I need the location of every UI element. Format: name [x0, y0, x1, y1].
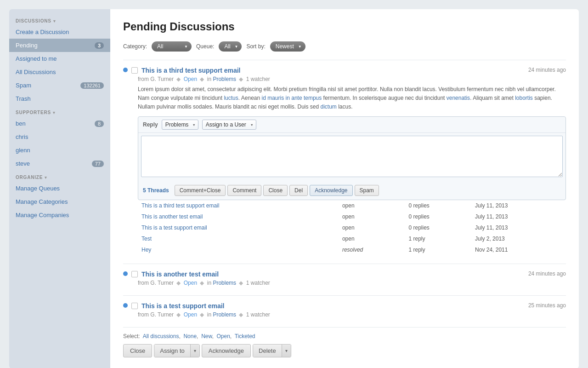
reply-label: Reply — [143, 121, 158, 128]
supporters-chevron-icon: ▾ — [53, 110, 56, 115]
discussion-title-1[interactable]: This is a third test support email — [141, 67, 525, 74]
bottom-delete-split[interactable]: Delete ▾ — [253, 344, 291, 357]
threads-table: This is a third test support email open … — [138, 200, 566, 255]
reply-textarea[interactable] — [141, 136, 563, 177]
sidebar: DISCUSSIONS ▾ Create a Discussion Pendin… — [9, 9, 110, 368]
select-all-discussions[interactable]: All discussions — [143, 333, 179, 339]
discussion-time-2: 24 minutes ago — [528, 270, 566, 277]
sidebar-item-spam[interactable]: Spam 132261 — [9, 79, 110, 92]
discussion-meta-3: from G. Turner ◆ Open ◆ in Problems ◆ 1 … — [138, 311, 566, 318]
close-button[interactable]: Close — [263, 185, 288, 196]
select-new[interactable]: New — [201, 333, 212, 339]
thread-row-1: This is a third test support email open … — [138, 200, 566, 211]
bottom-acknowledge-button[interactable]: Acknowledge — [202, 344, 251, 357]
thread-replies-4: 1 reply — [405, 233, 471, 244]
threads-link[interactable]: 5 Threads — [143, 187, 169, 194]
sidebar-item-all-discussions[interactable]: All Discussions — [9, 65, 110, 79]
discussion-item-1: This is a third test support email 24 mi… — [123, 60, 566, 264]
sortby-select-wrapper[interactable]: Newest Oldest — [270, 41, 305, 52]
category-label: Category: — [123, 43, 147, 50]
thread-date-3: July 11, 2013 — [471, 222, 566, 233]
spam-button[interactable]: Spam — [355, 185, 379, 196]
bottom-assign-to-split[interactable]: Assign to ▾ — [154, 344, 199, 357]
thread-replies-5: 1 reply — [405, 244, 471, 255]
del-button[interactable]: Del — [289, 185, 308, 196]
sidebar-item-ben[interactable]: ben 8 — [9, 117, 110, 130]
reply-assign-select-wrapper[interactable]: Assign to a User — [202, 120, 256, 130]
sidebar-item-trash[interactable]: Trash — [9, 92, 110, 105]
discussions-section-label: DISCUSSIONS ▾ — [9, 14, 110, 25]
discussions-chevron-icon: ▾ — [53, 19, 56, 23]
discussion-checkbox-2[interactable] — [131, 271, 138, 277]
bottom-close-button[interactable]: Close — [123, 344, 152, 357]
comment-close-button[interactable]: Comment+Close — [175, 185, 226, 196]
thread-date-5: Nov 24, 2011 — [471, 244, 566, 255]
bottom-bar: Select: All discussions, None, New, Open… — [123, 327, 566, 359]
threads-section: This is a third test support email open … — [138, 200, 566, 255]
queue-select-wrapper[interactable]: All — [219, 41, 242, 52]
sidebar-item-manage-companies[interactable]: Manage Companies — [9, 208, 110, 222]
supporters-section-label: SUPPORTERS ▾ — [9, 105, 110, 117]
sidebar-item-steve[interactable]: steve 77 — [9, 157, 110, 170]
select-ticketed[interactable]: Ticketed — [235, 333, 255, 339]
thread-row-3: This is a test support email open 0 repl… — [138, 222, 566, 233]
discussion-title-2[interactable]: This is another test email — [141, 270, 525, 278]
thread-title-1[interactable]: This is a third test support email — [138, 200, 339, 211]
thread-row-5: Hey resolved 1 reply Nov 24, 2011 — [138, 244, 566, 255]
select-line: Select: All discussions, None, New, Open… — [123, 333, 566, 339]
thread-replies-2: 0 replies — [405, 211, 471, 222]
sortby-select[interactable]: Newest Oldest — [270, 41, 305, 52]
unread-dot-3 — [123, 303, 128, 308]
thread-date-2: July 11, 2013 — [471, 211, 566, 222]
sidebar-item-glenn[interactable]: glenn — [9, 144, 110, 157]
reply-actions: 5 Threads Comment+Close Comment Close De… — [138, 181, 565, 200]
discussion-body-1: Lorem ipsum dolor sit amet, consectetur … — [138, 85, 566, 112]
queue-select[interactable]: All — [219, 41, 242, 52]
thread-status-4: open — [339, 233, 405, 244]
select-none[interactable]: None — [183, 333, 197, 339]
bottom-delete-arrow[interactable]: ▾ — [282, 345, 291, 357]
bottom-actions: Close Assign to ▾ Acknowledge Delete ▾ — [123, 344, 566, 357]
discussion-checkbox-1[interactable] — [131, 67, 138, 74]
reply-category-select-wrapper[interactable]: Problems — [162, 120, 198, 130]
thread-title-5[interactable]: Hey — [138, 244, 339, 255]
discussion-header-2: This is another test email 24 minutes ag… — [123, 270, 566, 278]
discussion-title-3[interactable]: This is a test support email — [141, 302, 525, 310]
sidebar-item-assigned-to-me[interactable]: Assigned to me — [9, 52, 110, 65]
sidebar-item-chris[interactable]: chris — [9, 130, 110, 144]
category-select[interactable]: All Problems — [152, 41, 192, 52]
page-title: Pending Discussions — [123, 20, 566, 33]
discussion-item-3: This is a test support email 25 minutes … — [123, 295, 566, 327]
bottom-assign-to-button[interactable]: Assign to — [154, 345, 190, 357]
organize-section-label: ORGANIZE ▾ — [9, 170, 110, 182]
comment-button[interactable]: Comment — [227, 185, 261, 196]
thread-status-2: open — [339, 211, 405, 222]
sidebar-item-manage-categories[interactable]: Manage Categories — [9, 195, 110, 208]
bottom-delete-button[interactable]: Delete — [253, 345, 282, 357]
select-open[interactable]: Open — [216, 333, 230, 339]
reply-panel: Reply Problems Assign to a User 5 Threa — [138, 116, 566, 200]
thread-title-2[interactable]: This is another test email — [138, 211, 339, 222]
queue-label: Queue: — [196, 43, 214, 50]
thread-row-4: Test open 1 reply July 2, 2013 — [138, 233, 566, 244]
thread-status-5: resolved — [339, 244, 405, 255]
bottom-assign-to-arrow[interactable]: ▾ — [190, 345, 199, 357]
reply-assign-select[interactable]: Assign to a User — [202, 120, 256, 130]
sidebar-item-create-discussion[interactable]: Create a Discussion — [9, 25, 110, 39]
discussion-header-3: This is a test support email 25 minutes … — [123, 302, 566, 310]
discussion-time-3: 25 minutes ago — [528, 302, 566, 309]
reply-category-select[interactable]: Problems — [162, 120, 198, 130]
acknowledge-button[interactable]: Acknowledge — [310, 185, 352, 196]
unread-dot-1 — [123, 68, 128, 72]
category-select-wrapper[interactable]: All Problems — [152, 41, 192, 52]
thread-title-3[interactable]: This is a test support email — [138, 222, 339, 233]
discussion-item-2: This is another test email 24 minutes ag… — [123, 264, 566, 295]
thread-date-1: July 11, 2013 — [471, 200, 566, 211]
sidebar-item-manage-queues[interactable]: Manage Queues — [9, 182, 110, 195]
discussion-meta-2: from G. Turner ◆ Open ◆ in Problems ◆ 1 … — [138, 280, 566, 286]
thread-title-4[interactable]: Test — [138, 233, 339, 244]
thread-replies-3: 0 replies — [405, 222, 471, 233]
thread-row-2: This is another test email open 0 replie… — [138, 211, 566, 222]
sidebar-item-pending[interactable]: Pending 3 — [9, 39, 110, 52]
discussion-checkbox-3[interactable] — [131, 303, 138, 309]
